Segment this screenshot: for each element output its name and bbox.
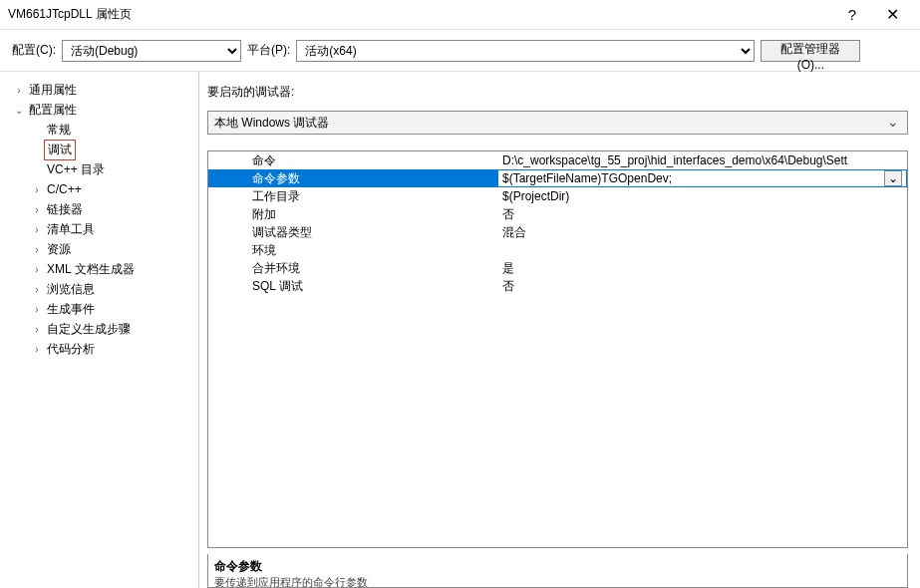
tree-label[interactable]: 资源 — [44, 240, 74, 259]
property-value[interactable]: 否 — [497, 277, 907, 295]
tree-label[interactable]: 代码分析 — [44, 340, 98, 359]
property-panel: 要启动的调试器: 本地 Windows 调试器 命令D:\c_workspace… — [199, 72, 920, 588]
platform-select[interactable]: 活动(x64) — [296, 40, 755, 62]
tree-node[interactable]: ›XML 文档生成器 — [4, 259, 194, 279]
chevron-icon[interactable] — [30, 143, 44, 156]
property-name: 附加 — [208, 205, 497, 223]
debugger-value: 本地 Windows 调试器 — [214, 115, 329, 132]
chevron-icon[interactable]: › — [30, 202, 44, 216]
grid-row[interactable]: 工作目录$(ProjectDir) — [208, 187, 907, 205]
tree-node[interactable]: ›资源 — [4, 239, 194, 259]
config-toolbar: 配置(C): 活动(Debug) 平台(P): 活动(x64) 配置管理器(O)… — [0, 30, 920, 72]
tree-label[interactable]: 常规 — [44, 121, 74, 140]
tree-node[interactable]: ›通用属性 — [4, 80, 194, 100]
tree-label[interactable]: 生成事件 — [44, 300, 98, 319]
grid-row[interactable]: 调试器类型混合 — [208, 223, 907, 241]
platform-label: 平台(P): — [247, 42, 290, 59]
tree-node[interactable]: ›代码分析 — [4, 339, 194, 359]
grid-row[interactable]: 合并环境是 — [208, 259, 907, 277]
property-value[interactable]: 是 — [497, 259, 907, 277]
tree-label[interactable]: 链接器 — [44, 200, 86, 219]
grid-row[interactable]: 附加否 — [208, 205, 907, 223]
property-value[interactable]: D:\c_workspace\tg_55_proj\hid_interfaces… — [497, 151, 907, 169]
tree-label[interactable]: 调试 — [44, 140, 76, 160]
description-title: 命令参数 — [214, 558, 901, 575]
description-text: 要传递到应用程序的命令行参数 — [214, 575, 901, 588]
property-name: 调试器类型 — [208, 223, 497, 241]
help-button[interactable]: ? — [832, 1, 872, 29]
debugger-select[interactable]: 本地 Windows 调试器 — [207, 111, 908, 135]
chevron-icon[interactable]: › — [30, 302, 44, 316]
grid-row[interactable]: 命令参数$(TargetFileName)TGOpenDev; — [208, 169, 907, 187]
tree-node[interactable]: ›自定义生成步骤 — [4, 319, 194, 339]
property-name: 环境 — [208, 241, 497, 259]
tree-label[interactable]: VC++ 目录 — [44, 160, 108, 179]
property-value[interactable]: 否 — [497, 205, 907, 223]
property-value[interactable]: $(ProjectDir) — [497, 187, 907, 205]
close-button[interactable]: ✕ — [872, 1, 912, 29]
tree-node[interactable]: ›清单工具 — [4, 219, 194, 239]
tree-label[interactable]: XML 文档生成器 — [44, 260, 138, 279]
main-area: ›通用属性⌄配置属性常规调试VC++ 目录›C/C++›链接器›清单工具›资源›… — [0, 72, 920, 588]
chevron-icon[interactable] — [30, 123, 44, 137]
chevron-icon[interactable]: › — [30, 322, 44, 336]
tree-label[interactable]: C/C++ — [44, 181, 85, 197]
chevron-icon[interactable]: › — [30, 182, 44, 196]
tree-node[interactable]: ›生成事件 — [4, 299, 194, 319]
chevron-icon[interactable]: › — [30, 222, 44, 236]
tree-label[interactable]: 清单工具 — [44, 220, 98, 239]
grid-row[interactable]: 命令D:\c_workspace\tg_55_proj\hid_interfac… — [208, 151, 907, 169]
chevron-icon[interactable]: ⌄ — [12, 103, 26, 117]
tree-node[interactable]: ⌄配置属性 — [4, 100, 194, 120]
tree-node[interactable]: 调试 — [4, 140, 194, 159]
property-value[interactable]: $(TargetFileName)TGOpenDev; — [497, 169, 907, 187]
tree-label[interactable]: 自定义生成步骤 — [44, 320, 134, 339]
window-title: VM661JTcpDLL 属性页 — [8, 6, 832, 23]
config-select[interactable]: 活动(Debug) — [62, 40, 241, 62]
debugger-heading: 要启动的调试器: — [207, 80, 908, 105]
chevron-icon[interactable]: › — [12, 83, 26, 97]
config-label: 配置(C): — [12, 42, 56, 59]
property-value[interactable] — [497, 241, 907, 259]
title-bar: VM661JTcpDLL 属性页 ? ✕ — [0, 0, 920, 30]
property-name: 命令 — [208, 151, 497, 169]
tree-label[interactable]: 浏览信息 — [44, 280, 98, 299]
property-name: SQL 调试 — [208, 277, 497, 295]
tree-label[interactable]: 通用属性 — [26, 81, 80, 100]
description-pane: 命令参数 要传递到应用程序的命令行参数 — [207, 554, 908, 588]
property-value[interactable]: 混合 — [497, 223, 907, 241]
grid-row[interactable]: 环境 — [208, 241, 907, 259]
tree-node[interactable]: ›C/C++ — [4, 179, 194, 199]
property-tree[interactable]: ›通用属性⌄配置属性常规调试VC++ 目录›C/C++›链接器›清单工具›资源›… — [0, 72, 199, 588]
property-name: 工作目录 — [208, 187, 497, 205]
property-name: 合并环境 — [208, 259, 497, 277]
tree-node[interactable]: 常规 — [4, 120, 194, 140]
chevron-icon[interactable]: › — [30, 262, 44, 276]
tree-node[interactable]: ›链接器 — [4, 199, 194, 219]
chevron-icon[interactable]: › — [30, 342, 44, 356]
chevron-icon[interactable] — [30, 162, 44, 176]
tree-label[interactable]: 配置属性 — [26, 101, 80, 120]
property-name: 命令参数 — [208, 169, 497, 187]
property-grid[interactable]: 命令D:\c_workspace\tg_55_proj\hid_interfac… — [207, 150, 908, 548]
config-manager-button[interactable]: 配置管理器(O)... — [761, 40, 860, 62]
chevron-icon[interactable]: › — [30, 282, 44, 296]
chevron-icon[interactable]: › — [30, 242, 44, 256]
tree-node[interactable]: VC++ 目录 — [4, 159, 194, 179]
tree-node[interactable]: ›浏览信息 — [4, 279, 194, 299]
grid-row[interactable]: SQL 调试否 — [208, 277, 907, 295]
